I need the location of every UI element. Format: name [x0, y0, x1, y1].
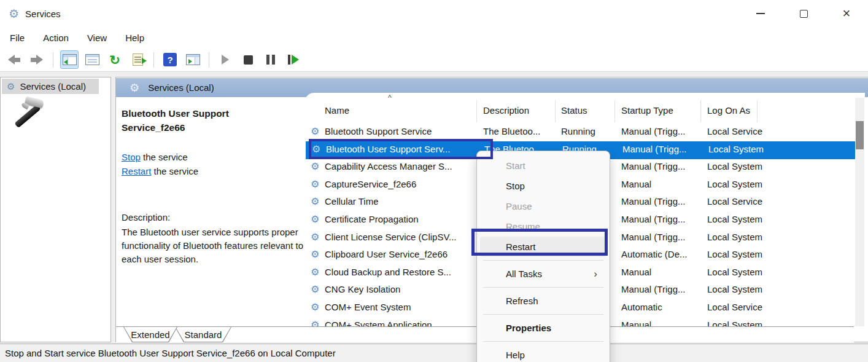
- back-button[interactable]: [5, 50, 23, 69]
- context-menu-item-pause: Pause: [477, 196, 610, 216]
- restart-service-link[interactable]: Restart: [122, 166, 151, 176]
- submenu-chevron-icon: ›: [594, 268, 597, 280]
- context-menu-item-start: Start: [477, 155, 610, 176]
- properties-button[interactable]: [83, 50, 101, 69]
- cell-name: Cloud Backup and Restore S...: [325, 267, 473, 277]
- service-gear-icon: ⚙: [311, 214, 319, 224]
- menu-view[interactable]: View: [87, 33, 107, 43]
- cell-name: COM+ Event System: [325, 302, 473, 312]
- stop-service-button[interactable]: [239, 50, 257, 69]
- column-header-startup-type[interactable]: Startup Type: [621, 105, 673, 116]
- start-service-icon: [222, 55, 229, 65]
- context-menu-item-help[interactable]: Help: [477, 345, 610, 362]
- tab-extended[interactable]: Extended: [123, 327, 177, 342]
- status-bar: Stop and Start service Bluetooth User Su…: [0, 344, 868, 362]
- help-button[interactable]: ?: [161, 50, 179, 69]
- show-action-pane-button[interactable]: [184, 50, 202, 69]
- cell-name: Certificate Propagation: [325, 214, 473, 224]
- refresh-button[interactable]: ↻: [106, 50, 124, 69]
- cell-log-on-as: Local System: [707, 249, 799, 259]
- context-menu-separator: [483, 287, 603, 288]
- menu-help[interactable]: Help: [125, 33, 144, 43]
- cell-name: Client License Service (ClipSV...: [325, 232, 473, 242]
- refresh-icon: ↻: [109, 53, 120, 66]
- service-gear-icon: ⚙: [311, 232, 319, 242]
- column-divider[interactable]: [614, 100, 615, 122]
- column-divider[interactable]: [700, 100, 701, 122]
- cell-startup-type: Manual: [621, 320, 700, 326]
- cell-startup-type: Manual: [621, 267, 700, 277]
- context-menu-separator: [483, 260, 603, 261]
- context-menu-item-restart[interactable]: Restart: [480, 237, 606, 257]
- column-header-name[interactable]: Name: [325, 105, 349, 116]
- context-menu-item-resume: Resume: [477, 216, 610, 237]
- minimize-button[interactable]: [739, 0, 782, 27]
- menu-action[interactable]: Action: [43, 33, 69, 43]
- context-menu-item-properties[interactable]: Properties: [477, 318, 610, 338]
- window-controls: ×: [739, 0, 868, 27]
- cell-log-on-as: Local System: [708, 144, 800, 154]
- context-menu: StartStopPauseResumeRestartAll Tasks›Ref…: [476, 151, 610, 362]
- cell-log-on-as: Local Service: [707, 302, 799, 312]
- service-gear-icon: ⚙: [311, 250, 319, 259]
- column-header-status[interactable]: Status: [561, 105, 587, 116]
- cell-name: Clipboard User Service_f2e66: [325, 249, 473, 259]
- cell-name: Bluetooth User Support Serv...: [326, 144, 475, 154]
- vertical-scrollbar[interactable]: [855, 98, 864, 326]
- cell-log-on-as: Local System: [707, 161, 799, 171]
- show-console-tree-button[interactable]: [60, 50, 79, 69]
- context-menu-separator: [483, 341, 603, 342]
- cell-name: CNG Key Isolation: [325, 284, 473, 294]
- services-app-icon: ⚙: [9, 8, 19, 20]
- cell-startup-type: Manual (Trigg...: [622, 144, 701, 154]
- menu-bar: File Action View Help: [0, 27, 868, 48]
- column-divider[interactable]: [476, 100, 477, 122]
- maximize-button[interactable]: [782, 0, 825, 27]
- cell-name: Capability Access Manager S...: [325, 161, 473, 171]
- stop-service-link[interactable]: Stop: [122, 152, 141, 162]
- column-header-description[interactable]: Description: [483, 105, 529, 116]
- stop-service-icon: [244, 55, 253, 65]
- menu-file[interactable]: File: [10, 33, 25, 43]
- column-divider[interactable]: [757, 100, 758, 122]
- sort-indicator-icon[interactable]: ^: [388, 93, 392, 102]
- help-icon: ?: [163, 53, 177, 66]
- start-service-button[interactable]: [216, 50, 234, 69]
- window-title: Services: [25, 9, 61, 19]
- cell-name: Bluetooth Support Service: [325, 126, 473, 136]
- toolbar-separator: [53, 52, 53, 68]
- context-menu-item-stop[interactable]: Stop: [477, 176, 610, 196]
- cell-startup-type: Automatic: [621, 302, 700, 312]
- close-button[interactable]: ×: [825, 0, 868, 27]
- cell-name: Cellular Time: [325, 196, 473, 207]
- cell-description: The Bluetoo...: [483, 126, 552, 136]
- status-bar-text: Stop and Start service Bluetooth User Su…: [5, 348, 336, 358]
- table-row[interactable]: ⚙Bluetooth Support ServiceThe Bluetoo...…: [304, 124, 865, 141]
- restart-service-line: Restart the service: [122, 166, 198, 176]
- service-gear-icon: ⚙: [311, 320, 319, 326]
- service-gear-icon: ⚙: [312, 144, 320, 154]
- scrollbar-thumb[interactable]: [856, 121, 864, 149]
- forward-icon: [31, 55, 43, 65]
- context-menu-item-refresh[interactable]: Refresh: [477, 291, 610, 311]
- extended-view-header-label: Services (Local): [148, 82, 214, 93]
- cell-startup-type: Manual (Trigg...: [621, 214, 700, 224]
- hammer-graphic: [10, 97, 48, 138]
- service-gear-icon: ⚙: [311, 302, 319, 312]
- close-icon: ×: [843, 7, 851, 20]
- cell-startup-type: Manual (Trigg...: [621, 161, 700, 171]
- column-header-log-on-as[interactable]: Log On As: [707, 105, 750, 116]
- pause-service-button[interactable]: [262, 50, 280, 69]
- console-tree-icon: [63, 54, 77, 65]
- restart-service-suffix: the service: [151, 166, 198, 176]
- cell-name: COM+ System Application: [325, 320, 473, 326]
- export-list-button[interactable]: [128, 50, 147, 69]
- cell-log-on-as: Local Service: [707, 196, 799, 207]
- tree-item-services-local[interactable]: ⚙ Services (Local): [2, 79, 99, 94]
- tab-standard[interactable]: Standard: [175, 327, 231, 342]
- restart-service-button[interactable]: [284, 50, 303, 69]
- context-menu-item-all-tasks[interactable]: All Tasks›: [477, 264, 610, 284]
- service-gear-icon: ⚙: [311, 285, 319, 294]
- column-divider[interactable]: [555, 100, 556, 122]
- forward-button[interactable]: [28, 50, 46, 69]
